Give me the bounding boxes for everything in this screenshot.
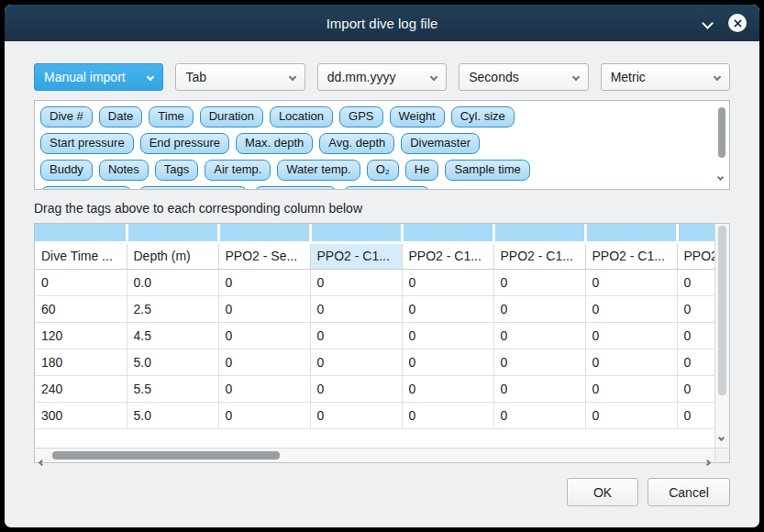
- tag-sample-po[interactable]: Sample pO₂: [254, 186, 337, 190]
- tag-row: Start pressureEnd pressureMax. depthAvg.…: [40, 133, 709, 154]
- table-cell: 0: [585, 322, 677, 349]
- chevron-down-icon: [430, 73, 437, 81]
- table-cell: 2.5: [127, 295, 218, 322]
- table-row: 2405.5000000: [35, 375, 714, 402]
- table-cell: 0: [677, 322, 714, 349]
- column-drop-cell[interactable]: [218, 224, 310, 242]
- chevron-right-icon[interactable]: [705, 452, 710, 469]
- tag-he[interactable]: He: [405, 160, 439, 181]
- table-cell: 0: [493, 322, 585, 349]
- window-title: Import dive log file: [5, 16, 759, 31]
- tag-row: BuddyNotesTagsAir temp.Water temp.O₂HeSa…: [40, 160, 709, 181]
- column-header[interactable]: PPO2 - C1...: [402, 242, 493, 269]
- tag-time[interactable]: Time: [149, 106, 193, 127]
- chevron-down-icon[interactable]: [719, 427, 724, 444]
- column-drop-cell[interactable]: [35, 224, 127, 242]
- tag-sample-depth[interactable]: Sample depth: [40, 186, 132, 190]
- column-header[interactable]: PPO2 - Se...: [218, 242, 310, 269]
- table-row: 3005.0000000: [35, 402, 714, 428]
- ok-button[interactable]: OK: [567, 478, 638, 506]
- tag-gps[interactable]: GPS: [339, 106, 382, 127]
- combo-import-type-value: Manual import: [44, 70, 126, 84]
- column-drop-cell[interactable]: [585, 224, 677, 242]
- table-cell: 300: [35, 402, 127, 428]
- table-cell: 0: [585, 375, 677, 402]
- chevron-down-icon: [147, 73, 154, 81]
- combo-import-type[interactable]: Manual import: [34, 63, 163, 91]
- table-cell: 0: [677, 269, 714, 295]
- table-cell: 0: [35, 269, 127, 295]
- column-header[interactable]: PPO2 - C1...: [585, 242, 677, 269]
- table-cell: 0: [402, 269, 493, 295]
- combo-date-format-value: dd.mm.yyyy: [327, 70, 396, 84]
- tag-tags[interactable]: Tags: [155, 160, 198, 181]
- drop-target-row: [35, 224, 714, 242]
- column-header[interactable]: PPO2 - C1...: [310, 242, 402, 269]
- column-drop-cell[interactable]: [402, 224, 493, 242]
- tag-o[interactable]: O₂: [367, 160, 399, 181]
- tag-avg-depth[interactable]: Avg. depth: [319, 133, 394, 154]
- table-cell: 60: [35, 295, 127, 322]
- combo-units[interactable]: Metric: [601, 63, 730, 91]
- table-horizontal-scrollbar[interactable]: [35, 448, 714, 462]
- scrollbar-thumb[interactable]: [52, 451, 280, 460]
- column-header[interactable]: Depth (m): [127, 242, 218, 269]
- column-header[interactable]: PPO2 - C1...: [677, 242, 714, 269]
- tag-sample-cns[interactable]: Sample CNS: [343, 186, 430, 190]
- import-options-row: Manual import Tab dd.mm.yyyy Seconds Met…: [34, 63, 730, 91]
- column-drop-cell[interactable]: [493, 224, 585, 242]
- tag-buddy[interactable]: Buddy: [40, 160, 93, 181]
- chevron-down-icon[interactable]: [703, 15, 712, 31]
- table-cell: 0: [402, 402, 493, 428]
- chevron-left-icon[interactable]: [39, 452, 44, 469]
- tag-dive[interactable]: Dive #: [40, 106, 93, 127]
- tag-pool-scrollbar[interactable]: [716, 103, 727, 187]
- titlebar-buttons: [703, 14, 747, 32]
- scrollbar-thumb[interactable]: [718, 226, 726, 395]
- tag-end-pressure[interactable]: End pressure: [140, 133, 229, 154]
- tag-air-temp[interactable]: Air temp.: [205, 160, 271, 181]
- close-button[interactable]: [728, 14, 747, 32]
- tag-duration[interactable]: Duration: [200, 106, 263, 127]
- table-cell: 0: [218, 295, 310, 322]
- tag-rows: Dive #DateTimeDurationLocationGPSWeightC…: [40, 106, 709, 190]
- scrollbar-corner: [714, 448, 729, 462]
- table-cell: 240: [35, 375, 127, 402]
- table-row: 1805.0000000: [35, 349, 714, 375]
- table-cell: 0: [218, 322, 310, 349]
- table-cell: 0: [310, 349, 402, 375]
- table-cell: 0: [585, 269, 677, 295]
- tag-sample-pressure[interactable]: Sample pressure: [138, 186, 247, 190]
- combo-date-format[interactable]: dd.mm.yyyy: [317, 63, 447, 91]
- table-vertical-scrollbar[interactable]: [714, 224, 729, 448]
- table-cell: 0: [493, 375, 585, 402]
- cancel-button[interactable]: Cancel: [648, 478, 730, 506]
- tag-weight[interactable]: Weight: [390, 106, 445, 127]
- tag-start-pressure[interactable]: Start pressure: [40, 133, 134, 154]
- tag-max-depth[interactable]: Max. depth: [236, 133, 313, 154]
- tag-notes[interactable]: Notes: [99, 160, 149, 181]
- table-cell: 0: [677, 349, 714, 375]
- tag-divemaster[interactable]: Divemaster: [401, 133, 480, 154]
- tag-sample-time[interactable]: Sample time: [445, 160, 529, 181]
- column-header[interactable]: PPO2 - C1...: [493, 242, 585, 269]
- chevron-down-icon[interactable]: [718, 167, 723, 183]
- table-cell: 0: [218, 402, 310, 428]
- table-cell: 0: [218, 349, 310, 375]
- drag-instruction-text: Drag the tags above to each correspondin…: [34, 201, 730, 216]
- tag-cyl-size[interactable]: Cyl. size: [451, 106, 515, 127]
- column-drop-cell[interactable]: [310, 224, 402, 242]
- table-header-row: Dive Time ...Depth (m)PPO2 - Se...PPO2 -…: [35, 242, 714, 269]
- tag-water-temp[interactable]: Water temp.: [277, 160, 360, 181]
- titlebar[interactable]: Import dive log file: [5, 5, 759, 41]
- column-drop-cell[interactable]: [677, 224, 714, 242]
- combo-field-separator[interactable]: Tab: [175, 63, 304, 91]
- column-drop-cell[interactable]: [127, 224, 218, 242]
- column-header[interactable]: Dive Time ...: [35, 242, 127, 269]
- tag-date[interactable]: Date: [99, 106, 142, 127]
- table-cell: 180: [35, 349, 127, 375]
- combo-duration-format[interactable]: Seconds: [459, 63, 588, 91]
- table-cell: 0: [402, 322, 493, 349]
- scrollbar-thumb[interactable]: [718, 107, 725, 158]
- tag-location[interactable]: Location: [270, 106, 333, 127]
